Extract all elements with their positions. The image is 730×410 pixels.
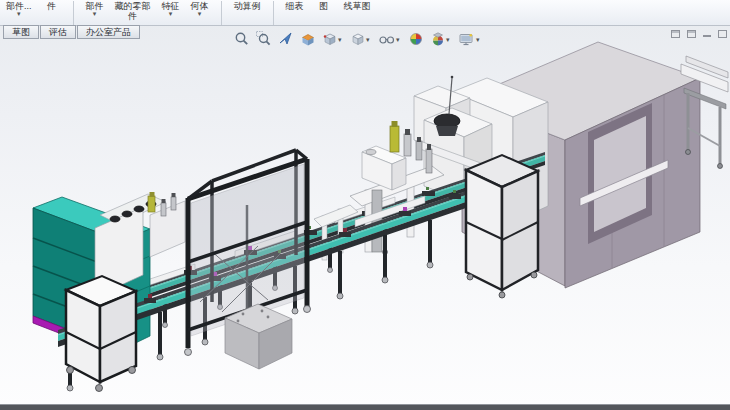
toolbar-button-label: 藏的零部件 [115,1,151,21]
toolbar-button-assembly-features[interactable]: 特征 ▾ [162,1,180,16]
svg-text:▾: ▾ [396,36,400,43]
section-view-icon[interactable] [298,30,318,48]
edit-appearance-icon[interactable] [406,30,426,48]
tab-office-products[interactable]: 办公室产品 [77,25,140,39]
previous-view-icon[interactable] [276,30,296,48]
toolbar-button-label: 线草图 [344,1,371,11]
toolbar-button-bill-of-materials[interactable]: 细表 [286,1,304,11]
minimize-icon[interactable] [703,35,711,37]
floor-box[interactable] [225,304,292,369]
white-cabinet[interactable] [66,276,136,392]
command-manager-toolbar: 部件... ▾ 件 部件 ▾ 藏的零部件 特征 ▾ 何体 ▾ 动算例 细表 [0,0,730,26]
svg-text:▾: ▾ [338,36,342,43]
assembly-3d-view[interactable] [0,0,730,410]
status-bar [0,404,730,410]
control-cabinet-black[interactable] [466,155,538,298]
close-icon[interactable] [718,30,727,38]
tab-sketch[interactable]: 草图 [3,25,39,39]
outfeed-conveyor[interactable] [681,56,728,169]
display-style-icon[interactable]: ▾ [348,30,374,48]
maximize-icon[interactable] [687,30,696,38]
toolbar-separator [221,1,222,25]
svg-text:▾: ▾ [366,36,370,43]
toolbar-button-explode-line-sketch[interactable]: 线草图 [344,1,371,11]
toolbar-button-label: 动算例 [234,1,261,11]
hide-show-items-icon[interactable]: ▾ [376,30,404,48]
toolbar-button-move-component[interactable]: 部件 ▾ [86,1,104,16]
apply-scene-icon[interactable]: ▾ [428,30,454,48]
svg-text:▾: ▾ [476,36,480,43]
view-settings-icon[interactable]: ▾ [456,30,484,48]
dropdown-caret-icon[interactable]: ▾ [198,11,202,16]
tab-evaluate[interactable]: 评估 [40,25,76,39]
toolbar-separator [73,1,74,25]
toolbar-button-mate[interactable]: 件 [43,1,61,11]
toolbar-button-motion-study[interactable]: 动算例 [234,1,261,11]
solidworks-window: 部件... ▾ 件 部件 ▾ 藏的零部件 特征 ▾ 何体 ▾ 动算例 细表 [0,0,730,410]
toolbar-button-show-hidden-components[interactable]: 藏的零部件 [115,1,151,21]
toolbar-button-reference-geometry[interactable]: 何体 ▾ [191,1,209,16]
zoom-to-area-icon[interactable] [254,30,274,48]
heads-up-view-toolbar: ▾ ▾ ▾ ▾ ▾ [232,30,484,48]
zoom-to-fit-icon[interactable] [232,30,252,48]
document-window-controls [671,30,727,38]
toolbar-button-insert-components[interactable]: 部件... ▾ [6,1,32,16]
toolbar-separator [273,1,274,25]
svg-text:▾: ▾ [446,36,450,43]
dropdown-caret-icon[interactable]: ▾ [17,11,21,16]
restore-icon[interactable] [671,30,680,38]
command-manager-tabs: 草图 评估 办公室产品 [3,25,141,39]
dropdown-caret-icon[interactable]: ▾ [169,11,173,16]
toolbar-button-label: 细表 [286,1,304,11]
view-orientation-icon[interactable]: ▾ [320,30,346,48]
toolbar-button-label: 件 [47,1,56,11]
toolbar-button-label: 图 [319,1,328,11]
dropdown-caret-icon[interactable]: ▾ [93,11,97,16]
toolbar-button-exploded-view[interactable]: 图 [315,1,333,11]
